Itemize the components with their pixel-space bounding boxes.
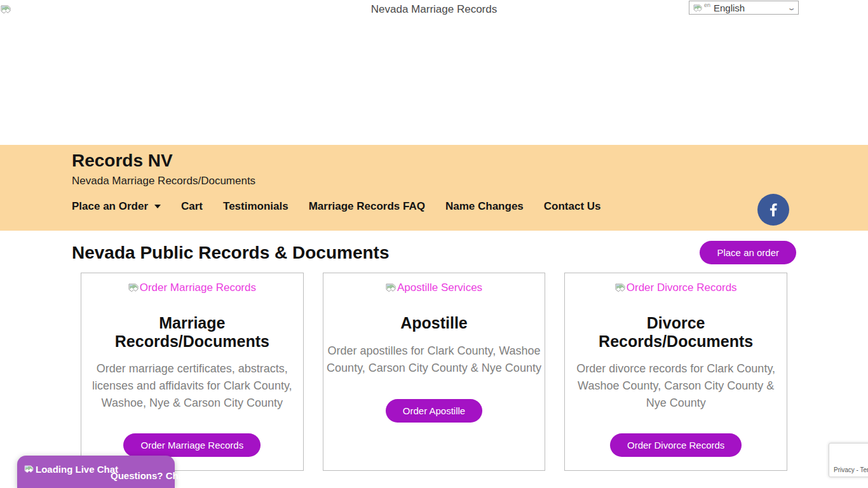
nav-label: Place an Order <box>72 200 148 213</box>
nav-name-changes[interactable]: Name Changes <box>445 200 524 213</box>
card-title: Apostille <box>351 314 517 332</box>
order-divorce-records-button[interactable]: Order Divorce Records <box>610 433 742 457</box>
card-marriage-records: Order Marriage Records Marriage Records/… <box>81 273 304 471</box>
nav-testimonials[interactable]: Testimonials <box>223 200 288 213</box>
image-alt-text: Apostille Services <box>397 281 482 294</box>
apostille-image-link[interactable]: Apostille Services <box>386 281 482 294</box>
nav-marriage-records-faq[interactable]: Marriage Records FAQ <box>309 200 425 213</box>
language-flag-alt: en <box>704 2 710 8</box>
card-title: Divorce Records/Documents <box>593 314 759 350</box>
facebook-icon[interactable] <box>757 194 789 226</box>
recaptcha-privacy-terms[interactable]: Privacy - Terms <box>834 466 868 473</box>
image-alt-text: Order Divorce Records <box>627 281 737 294</box>
top-strip: Nevada Marriage Records en English ⌄ <box>0 0 868 145</box>
nav-place-an-order[interactable]: Place an Order <box>72 200 161 213</box>
language-selector[interactable]: en English ⌄ <box>689 1 799 15</box>
nav-cart[interactable]: Cart <box>181 200 203 213</box>
site-tagline: Nevada Marriage Records/Documents <box>72 175 868 187</box>
divorce-records-image-link[interactable]: Order Divorce Records <box>615 281 737 294</box>
heading-row: Nevada Public Records & Documents Place … <box>0 241 868 264</box>
chevron-down-icon <box>154 205 161 208</box>
site-title: Records NV <box>72 145 868 171</box>
card-description: Order marriage certificates, abstracts, … <box>83 360 302 412</box>
chat-prompt-label: Questions? Chat with us <box>111 470 222 481</box>
chevron-down-icon: ⌄ <box>787 4 796 12</box>
marriage-records-image-link[interactable]: Order Marriage Records <box>128 281 256 294</box>
card-apostille: Apostille Services Apostille Order apost… <box>323 273 546 471</box>
place-an-order-button[interactable]: Place an order <box>700 241 796 264</box>
card-divorce-records: Order Divorce Records Divorce Records/Do… <box>564 273 787 471</box>
page-heading: Nevada Public Records & Documents <box>72 243 389 263</box>
chat-loading-alt-text: Loading Live Chat <box>36 464 118 475</box>
card-title: Marriage Records/Documents <box>109 314 275 350</box>
service-cards: Order Marriage Records Marriage Records/… <box>81 273 787 471</box>
chat-loading: Loading Live Chat <box>24 464 118 475</box>
order-marriage-records-button[interactable]: Order Marriage Records <box>123 433 261 457</box>
main-nav: Place an Order Cart Testimonials Marriag… <box>72 200 868 213</box>
broken-image-icon <box>693 2 702 13</box>
card-description: Order apostilles for Clark County, Washo… <box>325 342 544 377</box>
recaptcha-badge[interactable]: Privacy - Terms <box>829 443 868 477</box>
site-header: Records NV Nevada Marriage Records/Docum… <box>0 145 868 231</box>
broken-image-icon <box>1 3 11 15</box>
language-selected-label: English <box>714 3 745 13</box>
image-alt-text: Order Marriage Records <box>140 281 256 294</box>
order-apostille-button[interactable]: Order Apostille <box>386 399 482 423</box>
card-description: Order divorce records for Clark County, … <box>566 360 785 412</box>
nav-contact-us[interactable]: Contact Us <box>544 200 601 213</box>
live-chat-widget[interactable]: Loading Live Chat Questions? Chat with u… <box>17 456 175 488</box>
